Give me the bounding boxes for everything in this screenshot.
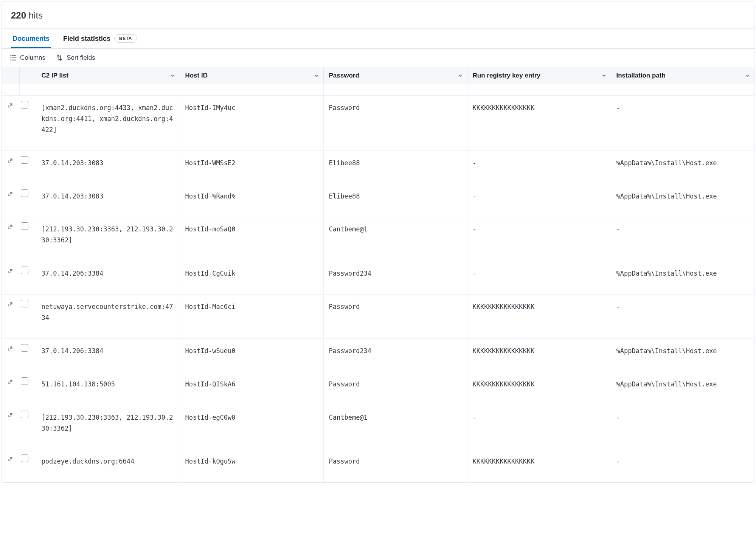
cell-path: %AppData%\Install\Host.exe xyxy=(611,372,754,405)
cell-password: Cantbeme@1 xyxy=(323,405,467,449)
header-expand xyxy=(2,67,19,84)
table-row: 37.0.14.203:3083HostId-%Rand%Elibee88-%A… xyxy=(2,184,754,217)
chevron-down-icon[interactable] xyxy=(744,73,750,79)
header-password[interactable]: Password xyxy=(323,67,467,84)
table-row: 37.0.14.206:3384HostId-wSueu0Password234… xyxy=(2,338,754,372)
cell-path: - xyxy=(611,217,754,261)
cell-host: HostId-IMy4uc xyxy=(180,96,323,151)
cell-password: Password xyxy=(323,372,467,405)
row-checkbox[interactable] xyxy=(21,189,28,197)
row-checkbox[interactable] xyxy=(21,267,28,274)
expand-row-button[interactable] xyxy=(7,377,15,385)
cell-c2: podzeye.duckdns.org:6644 xyxy=(36,449,180,482)
data-grid: C2 IP list Host ID Password xyxy=(2,67,754,482)
expand-row-button[interactable] xyxy=(7,300,15,307)
row-checkbox[interactable] xyxy=(21,454,28,462)
table-row: 37.0.14.206:3384HostId-CgCuikPassword234… xyxy=(2,261,754,295)
grid-header: C2 IP list Host ID Password xyxy=(2,67,754,84)
row-checkbox[interactable] xyxy=(21,156,28,164)
cell-host: HostId-wSueu0 xyxy=(180,338,323,372)
filter-row xyxy=(2,84,754,96)
table-row: podzeye.duckdns.org:6644HostId-kOguSwPas… xyxy=(2,449,754,482)
row-checkbox[interactable] xyxy=(21,101,28,109)
cell-path: %AppData%\Install\Host.exe xyxy=(611,261,754,295)
cell-password: Password234 xyxy=(323,261,467,295)
expand-row-button[interactable] xyxy=(7,222,15,230)
cell-registry: KKKKKKKKKKKKKKKK xyxy=(467,338,611,372)
expand-row-button[interactable] xyxy=(7,267,15,274)
table-row: 51.161.104.138:5005HostId-QISkA6Password… xyxy=(2,372,754,405)
cell-path: %AppData%\Install\Host.exe xyxy=(611,184,754,217)
cell-host: HostId-kOguSw xyxy=(180,449,323,482)
chevron-down-icon[interactable] xyxy=(601,73,607,79)
cell-registry: - xyxy=(467,150,611,184)
sort-icon xyxy=(56,54,63,61)
header-host-label: Host ID xyxy=(185,72,208,79)
cell-host: HostId-WMSsE2 xyxy=(180,150,323,184)
cell-host: HostId-%Rand% xyxy=(180,184,323,217)
cell-c2: 37.0.14.203:3083 xyxy=(36,184,180,217)
cell-password: Elibee88 xyxy=(323,184,467,217)
cell-path: %AppData%\Install\Host.exe xyxy=(611,338,754,372)
expand-row-button[interactable] xyxy=(7,344,15,352)
sort-fields-label: Sort fields xyxy=(67,54,95,62)
cell-password: Password xyxy=(323,449,467,482)
table-row: netuwaya.servecounterstrike.com:4734Host… xyxy=(2,295,754,339)
hits-count-value: 220 xyxy=(11,10,26,20)
sort-fields-button[interactable]: Sort fields xyxy=(56,54,95,62)
header-registry[interactable]: Run registry key entry xyxy=(467,67,611,84)
cell-registry: - xyxy=(467,405,611,449)
cell-registry: - xyxy=(467,261,611,295)
cell-registry: - xyxy=(467,217,611,261)
cell-path: - xyxy=(611,449,754,482)
beta-badge: BETA xyxy=(114,34,137,43)
row-checkbox[interactable] xyxy=(21,300,28,307)
cell-password: Password234 xyxy=(323,338,467,372)
row-checkbox[interactable] xyxy=(21,377,28,385)
cell-c2: [xman2.duckdns.org:4433, xman2.duckdns.o… xyxy=(36,96,180,151)
expand-row-button[interactable] xyxy=(7,411,15,418)
chevron-down-icon[interactable] xyxy=(170,73,176,79)
expand-row-button[interactable] xyxy=(7,156,15,164)
columns-button[interactable]: Columns xyxy=(9,54,45,62)
tab-field-statistics[interactable]: Field statistics BETA xyxy=(62,29,138,48)
cell-c2: [212.193.30.230:3363, 212.193.30.230:336… xyxy=(36,217,180,261)
cell-c2: 37.0.14.203:3083 xyxy=(36,150,180,184)
tab-bar: Documents Field statistics BETA xyxy=(2,28,754,49)
cell-host: HostId-CgCuik xyxy=(180,261,323,295)
chevron-down-icon[interactable] xyxy=(457,73,463,79)
chevron-down-icon[interactable] xyxy=(314,73,320,79)
row-checkbox[interactable] xyxy=(21,222,28,230)
cell-host: HostId-egC0w0 xyxy=(180,405,323,449)
cell-c2: 51.161.104.138:5005 xyxy=(36,372,180,405)
cell-path: - xyxy=(611,405,754,449)
cell-path: - xyxy=(611,96,754,151)
cell-host: HostId-moSaQ0 xyxy=(180,217,323,261)
cell-host: HostId-Mac6ci xyxy=(180,295,323,339)
header-host[interactable]: Host ID xyxy=(180,67,323,84)
hits-count-bar: 220 hits xyxy=(2,2,754,28)
cell-c2: netuwaya.servecounterstrike.com:4734 xyxy=(36,295,180,339)
cell-c2: 37.0.14.206:3384 xyxy=(36,338,180,372)
cell-path: - xyxy=(611,295,754,339)
expand-row-button[interactable] xyxy=(7,454,15,462)
expand-row-button[interactable] xyxy=(7,101,15,109)
cell-host: HostId-QISkA6 xyxy=(180,372,323,405)
header-select xyxy=(19,67,36,84)
cell-c2: [212.193.30.230:3363, 212.193.30.230:336… xyxy=(36,405,180,449)
cell-path: %AppData%\Install\Host.exe xyxy=(611,150,754,184)
header-registry-label: Run registry key entry xyxy=(473,72,541,79)
row-checkbox[interactable] xyxy=(21,344,28,352)
header-install-path[interactable]: Installation path xyxy=(611,67,754,84)
cell-password: Password xyxy=(323,96,467,151)
table-row: [212.193.30.230:3363, 212.193.30.230:336… xyxy=(2,405,754,449)
grid-toolbar: Columns Sort fields xyxy=(2,49,754,67)
header-c2[interactable]: C2 IP list xyxy=(36,67,180,84)
table-row: 37.0.14.203:3083HostId-WMSsE2Elibee88-%A… xyxy=(2,150,754,184)
expand-row-button[interactable] xyxy=(7,189,15,197)
cell-registry: KKKKKKKKKKKKKKKK xyxy=(467,96,611,151)
tab-documents[interactable]: Documents xyxy=(11,29,51,48)
cell-registry: KKKKKKKKKKKKKKKK xyxy=(467,372,611,405)
row-checkbox[interactable] xyxy=(21,411,28,418)
hits-count-label: hits xyxy=(29,10,43,20)
